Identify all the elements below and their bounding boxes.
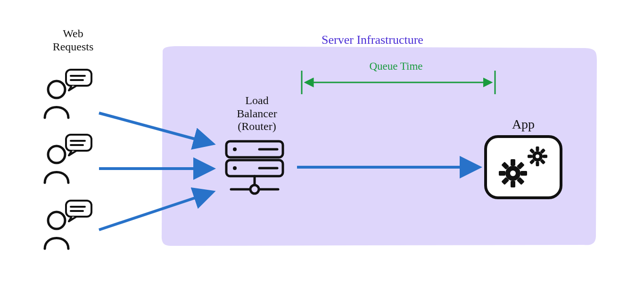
- svg-point-16: [233, 147, 237, 151]
- label-server-infrastructure: Server Infrastructure: [264, 33, 481, 47]
- svg-point-11: [48, 212, 65, 229]
- svg-rect-39: [528, 155, 532, 158]
- svg-rect-38: [536, 162, 539, 166]
- svg-rect-27: [511, 159, 515, 166]
- svg-rect-12: [66, 201, 91, 217]
- svg-rect-40: [543, 155, 547, 158]
- svg-rect-37: [536, 146, 539, 151]
- svg-point-19: [233, 166, 237, 170]
- svg-point-36: [536, 154, 539, 158]
- svg-point-26: [510, 170, 516, 176]
- svg-point-23: [250, 185, 259, 194]
- label-app: App: [504, 117, 542, 132]
- label-web-requests: Web Requests: [42, 27, 104, 53]
- diagram-stage: Web Requests Server Infrastructure Queue…: [0, 0, 644, 308]
- label-load-balancer: Load Balancer (Router): [226, 94, 288, 133]
- svg-rect-28: [511, 181, 515, 187]
- svg-rect-4: [66, 70, 91, 86]
- svg-rect-8: [66, 135, 91, 151]
- user-icon-1: [45, 70, 91, 118]
- svg-point-3: [48, 81, 65, 98]
- svg-point-7: [48, 146, 65, 163]
- svg-rect-29: [499, 171, 505, 176]
- user-icon-2: [45, 135, 91, 183]
- svg-rect-24: [486, 137, 561, 198]
- app-box: [486, 137, 561, 198]
- svg-rect-30: [520, 171, 527, 176]
- label-queue-time: Queue Time: [349, 60, 443, 73]
- user-icon-3: [45, 201, 91, 249]
